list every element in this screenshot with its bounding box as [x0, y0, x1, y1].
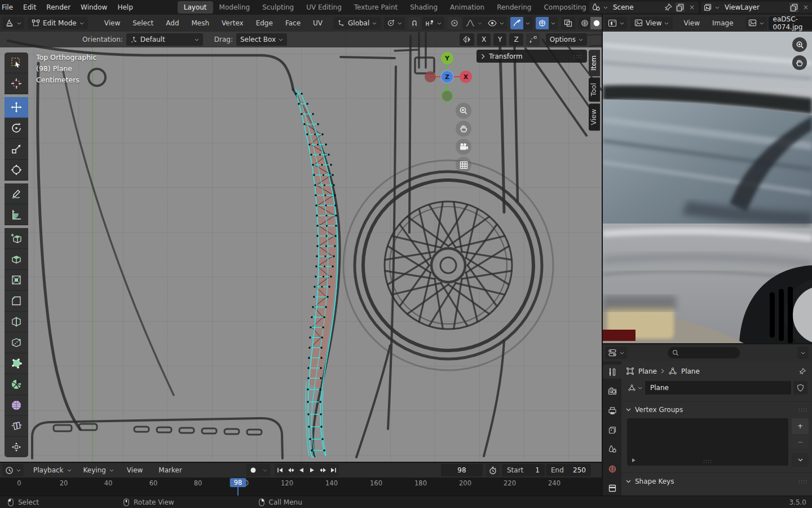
tab-uv-editing[interactable]: UV Editing	[300, 1, 348, 14]
pin-icon[interactable]	[664, 3, 673, 12]
panel-grip[interactable]: ::::	[798, 407, 807, 413]
tool-poly-build[interactable]	[5, 353, 28, 374]
tool-loop-cut[interactable]	[5, 312, 28, 332]
mesh-datablock-selector[interactable]	[625, 381, 645, 395]
shading-solid-button[interactable]	[590, 17, 602, 29]
tab-shading[interactable]: Shading	[404, 1, 444, 14]
auto-keying-button[interactable]	[246, 464, 260, 476]
axis-y-ball[interactable]: Y	[441, 52, 453, 64]
region-collapse-arrow-icon[interactable]	[807, 36, 811, 43]
tool-spin[interactable]	[5, 374, 28, 395]
auto-keying-dropdown[interactable]	[260, 464, 270, 476]
correct-face-attributes-button[interactable]	[526, 33, 540, 46]
fake-user-shield-button[interactable]	[793, 381, 807, 395]
menu-edit[interactable]: Edit	[18, 3, 41, 11]
edit-mesh[interactable]	[295, 89, 338, 457]
tab-compositing[interactable]: Compositing	[537, 1, 592, 14]
play-reverse-button[interactable]	[296, 464, 307, 476]
timeline-ruler[interactable]: 0 20 40 60 80 100 120 140 160 180 200 22…	[0, 478, 602, 496]
transform-orientation-selector[interactable]: Global	[333, 17, 381, 29]
playhead[interactable]: 98	[230, 478, 246, 487]
tool-inset-faces[interactable]	[5, 270, 28, 291]
proportional-edit-button[interactable]	[448, 17, 461, 29]
frame-start-field[interactable]: Start 1	[502, 464, 545, 476]
tool-rotate[interactable]	[5, 118, 28, 139]
tool-shrink-fatten[interactable]	[5, 437, 28, 457]
mirror-y-button[interactable]: Y	[493, 33, 506, 46]
sidebar-tab-view[interactable]: View	[589, 103, 600, 130]
next-keyframe-button[interactable]	[317, 464, 328, 476]
tab-scene-properties[interactable]	[603, 443, 621, 457]
shape-keys-header[interactable]: Shape Keys ::::	[621, 478, 812, 485]
transform-panel-header[interactable]: Transform ::::	[476, 50, 587, 63]
editor-type-button[interactable]	[605, 347, 627, 359]
view-layer-selector[interactable]: ViewLayer ×	[701, 2, 812, 13]
mode-selector[interactable]: Edit Mode	[28, 17, 88, 29]
menu-file[interactable]: File	[0, 3, 18, 11]
tool-knife[interactable]	[5, 332, 28, 353]
tool-edge-slide[interactable]	[5, 416, 28, 437]
pivot-point-selector[interactable]	[384, 17, 405, 29]
remove-vertex-group-button[interactable]: −	[792, 435, 809, 449]
tab-world-properties[interactable]	[603, 462, 621, 476]
tool-select-box[interactable]	[5, 52, 28, 73]
view-menu[interactable]: View	[121, 466, 149, 474]
remove-icon[interactable]: ×	[801, 3, 810, 11]
vertex-groups-header[interactable]: Vertex Groups ::::	[621, 406, 812, 414]
current-frame-field[interactable]: 98	[441, 464, 483, 476]
menu-mesh[interactable]: Mesh	[186, 19, 216, 27]
vertex-group-specials-button[interactable]	[792, 453, 809, 467]
timeline-editor[interactable]: Playback Keying View Marker 98	[0, 462, 602, 496]
tab-output-properties[interactable]	[603, 404, 621, 418]
image-editor[interactable]: View View Image eaDSC-0074.jpg	[602, 15, 812, 343]
mesh-name-field[interactable]: Plane	[625, 381, 791, 395]
editor-type-button[interactable]	[605, 17, 627, 29]
camera-view-button[interactable]	[456, 139, 471, 155]
axis-gizmo[interactable]: Y X Z	[425, 52, 472, 102]
tab-modeling[interactable]: Modeling	[213, 1, 257, 14]
image-display-mode[interactable]: View	[630, 17, 673, 29]
pan-button[interactable]	[456, 121, 471, 137]
tab-view-layer-properties[interactable]	[603, 423, 621, 437]
viewport-3d[interactable]: Edit Mode View Select Add Mesh Vertex Ed…	[0, 15, 602, 462]
properties-editor[interactable]: Plane Plane Plane Vertex Groups	[602, 343, 812, 496]
axis-z-ball[interactable]: Z	[441, 71, 453, 83]
mirror-z-button[interactable]: Z	[509, 33, 523, 46]
image-datablock-icon-button[interactable]	[745, 17, 767, 29]
tool-extrude-region[interactable]	[5, 249, 28, 270]
menu-render[interactable]: Render	[41, 3, 76, 11]
vertex-groups-list[interactable]: ::::	[627, 418, 788, 466]
menu-view[interactable]: View	[677, 19, 705, 27]
unlink-icon[interactable]: ×	[687, 3, 696, 11]
menu-uv[interactable]: UV	[307, 19, 329, 27]
menu-image[interactable]: Image	[706, 19, 740, 27]
menu-help[interactable]: Help	[112, 3, 138, 11]
editor-type-button[interactable]	[2, 464, 24, 476]
panel-grip[interactable]: ::::	[798, 479, 807, 484]
tool-options-dropdown[interactable]: Options	[546, 33, 587, 46]
zoom-button[interactable]	[456, 103, 471, 119]
menu-view[interactable]: View	[98, 19, 126, 27]
image-pan-button[interactable]	[792, 55, 807, 70]
pin-icon[interactable]	[798, 367, 806, 375]
jump-to-start-button[interactable]	[275, 464, 285, 476]
tool-orientation-selector[interactable]: Default	[126, 33, 203, 46]
tool-scale[interactable]	[5, 139, 28, 160]
playback-menu[interactable]: Playback	[27, 466, 72, 474]
snap-target-selector[interactable]	[422, 17, 444, 29]
preview-range-button[interactable]	[486, 464, 500, 476]
toggle-orthographic-button[interactable]	[456, 157, 471, 173]
breadcrumb-object-name[interactable]: Plane	[638, 367, 657, 375]
keying-menu[interactable]: Keying	[77, 466, 114, 474]
axis-minus-x-ball[interactable]	[425, 71, 436, 82]
new-copy-icon[interactable]	[676, 3, 685, 12]
tab-animation[interactable]: Animation	[444, 1, 491, 14]
list-filter-expand-icon[interactable]	[632, 458, 636, 463]
panel-grip[interactable]: ::::	[573, 54, 582, 59]
image-zoom-button[interactable]	[792, 37, 807, 52]
properties-search-input[interactable]	[668, 347, 740, 358]
drag-mode-selector[interactable]: Select Box	[236, 33, 287, 46]
tool-add-cube[interactable]	[5, 228, 28, 249]
play-button[interactable]	[307, 464, 317, 476]
show-gizmo-button[interactable]	[510, 17, 523, 29]
